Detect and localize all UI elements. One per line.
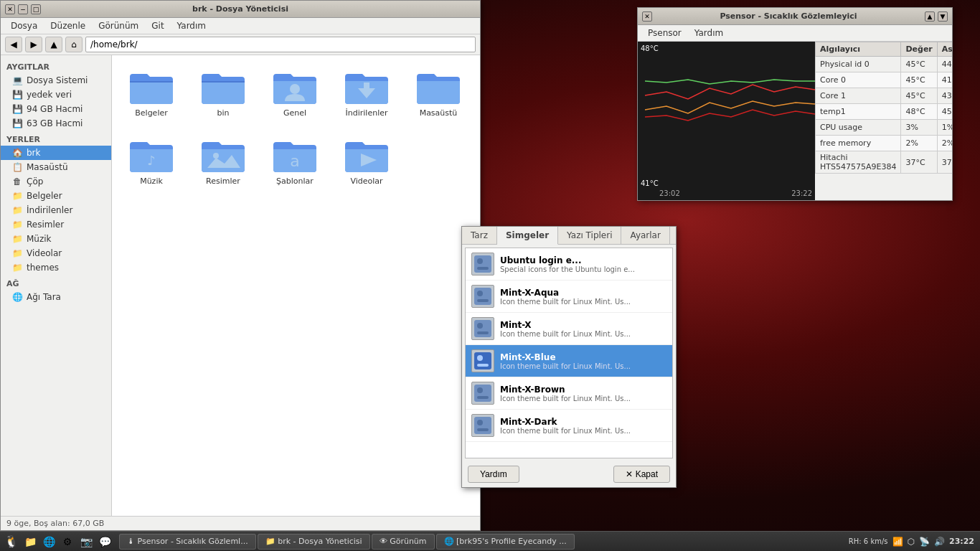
file-item-masaustu[interactable]: Masaüstü (406, 62, 471, 123)
taskbar-icon-settings[interactable]: ⚙ (59, 533, 76, 550)
tab-simgeler[interactable]: Simgeler (497, 227, 558, 245)
sensor-value: 45°C (901, 88, 937, 104)
close-button[interactable]: ✕ Kapat (613, 466, 670, 483)
back-button[interactable]: ◀ (5, 37, 22, 52)
file-item-indirilenler[interactable]: İndirilenler (334, 62, 399, 123)
sensor-name: free memory (816, 136, 901, 151)
psensor-row[interactable]: Core 1 45°C 43°C 46°C ☒ (816, 88, 953, 104)
file-item-resimler[interactable]: Resimler (191, 131, 255, 192)
psensor-row[interactable]: Physical id 0 45°C 44°C 48°C ☒ (816, 57, 953, 72)
taskbar-app-1[interactable]: 📁 brk - Dosya Yöneticisi (258, 534, 370, 550)
file-item-belgeler[interactable]: Belgeler (119, 62, 184, 123)
taskbar-icon-linux[interactable]: 🐧 (3, 533, 20, 550)
svg-point-14 (477, 323, 483, 329)
theme-item[interactable]: Mint-X-Aqua Icon theme built for Linux M… (466, 281, 672, 313)
menu-duzenle[interactable]: Düzenle (44, 19, 91, 32)
sidebar-item-muzik[interactable]: 📁 Müzik (1, 232, 111, 246)
window-maximize-button[interactable]: □ (31, 4, 41, 14)
svg-rect-18 (477, 364, 489, 367)
psensor-menu-psensor[interactable]: Psensor (642, 27, 687, 39)
psensor-row[interactable]: Core 0 45°C 41°C 47°C ☒ (816, 72, 953, 88)
sensor-min: 2% (937, 136, 952, 151)
tab-ayarlar[interactable]: Ayarlar (621, 227, 669, 244)
psensor-menubar: Psensor Yardım (638, 25, 952, 42)
sensor-value: 45°C (901, 72, 937, 88)
tab-yazi-tipleri[interactable]: Yazı Tipleri (558, 227, 621, 244)
taskbar-icon-camera[interactable]: 📷 (77, 533, 95, 550)
theme-info: Mint-X-Aqua Icon theme built for Linux M… (500, 288, 666, 306)
theme-item[interactable]: Mint-X-Blue Icon theme built for Linux M… (466, 345, 672, 377)
file-manager-window: ✕ − □ brk - Dosya Yöneticisi Dosya Düzen… (0, 0, 481, 531)
sidebar-item-dosya-sistemi[interactable]: 💻 Dosya Sistemi (1, 73, 111, 88)
sidebar-item-resimler[interactable]: 📁 Resimler (1, 217, 111, 232)
forward-button[interactable]: ▶ (25, 37, 42, 52)
taskbar-app-2[interactable]: 👁 Görünüm (372, 534, 435, 550)
home-button[interactable]: ⌂ (65, 37, 83, 52)
help-button[interactable]: Yardım (468, 466, 519, 483)
theme-item[interactable]: Mint-X-Dark Icon theme built for Linux M… (466, 410, 672, 442)
sidebar-item-63gb[interactable]: 💾 63 GB Hacmi (1, 116, 111, 131)
file-item-bin[interactable]: bin (191, 62, 255, 123)
menu-yardim[interactable]: Yardım (171, 19, 212, 32)
menu-dosya[interactable]: Dosya (5, 19, 43, 32)
up-button[interactable]: ▲ (45, 37, 62, 52)
sidebar-item-brk[interactable]: 🏠 brk (1, 146, 111, 160)
psensor-row[interactable]: CPU usage 3% 1% 25% ☐ (816, 120, 953, 136)
folder-icon-sablonlar: a (272, 136, 318, 174)
theme-desc: Icon theme built for Linux Mint. Us... (500, 298, 666, 306)
sidebar-item-agi-tara[interactable]: 🌐 Ağı Tara (1, 290, 111, 304)
psensor-up-button[interactable]: ▲ (925, 11, 935, 22)
window-close-button[interactable]: ✕ (5, 4, 15, 14)
tab-tarz[interactable]: Tarz (462, 227, 497, 244)
sidebar-item-masaustu[interactable]: 📋 Masaüstü (1, 160, 111, 174)
psensor-row[interactable]: temp1 48°C 45°C 48°C ☐ (816, 104, 953, 120)
taskbar-app-3[interactable]: 🌐 [brk95's Profile Eyecandy ... (436, 534, 575, 550)
theme-item[interactable]: Mint-X-Brown Icon theme built for Linux … (466, 377, 672, 410)
svg-text:♪: ♪ (147, 153, 156, 168)
sidebar-item-belgeler[interactable]: 📁 Belgeler (1, 189, 111, 203)
file-manager-content: AYGITLAR 💻 Dosya Sistemi 💾 yedek veri 💾 … (1, 55, 480, 516)
file-label-indirilenler: İndirilenler (346, 108, 388, 118)
svg-point-17 (477, 355, 483, 361)
psensor-close-button[interactable]: ✕ (642, 11, 652, 22)
psensor-row[interactable]: free memory 2% 2% 3% ☐ (816, 136, 953, 151)
sidebar-item-yedek-veri[interactable]: 💾 yedek veri (1, 88, 111, 102)
psensor-menu-yardim[interactable]: Yardım (689, 27, 729, 39)
file-manager-titlebar: ✕ − □ brk - Dosya Yöneticisi (1, 1, 480, 18)
theme-desc: Special icons for the Ubuntu login e... (500, 265, 666, 273)
taskbar-icon-browser[interactable]: 🌐 (40, 533, 57, 550)
bluetooth-icon: ⬡ (908, 537, 915, 547)
theme-item[interactable]: Mint-X Icon theme built for Linux Mint. … (466, 313, 672, 345)
sidebar-label-94gb: 94 GB Hacmi (27, 104, 83, 114)
sidebar-item-cop[interactable]: 🗑 Çöp (1, 174, 111, 189)
theme-item[interactable]: Ubuntu login e... Special icons for the … (466, 248, 672, 281)
taskbar-icon-chat[interactable]: 💬 (96, 533, 113, 550)
address-bar[interactable]: /home/brk/ (85, 37, 476, 52)
window-minimize-button[interactable]: − (18, 4, 28, 14)
taskbar-icon-files[interactable]: 📁 (22, 533, 39, 550)
theme-icon (471, 253, 494, 276)
psensor-row[interactable]: Hitachi HTS547575A9E384 37°C 37°C 37°C ☐ (816, 151, 953, 174)
file-item-muzik[interactable]: ♪ Müzik (119, 131, 184, 192)
theme-icon (471, 414, 494, 437)
theme-desc: Icon theme built for Linux Mint. Us... (500, 362, 666, 370)
file-item-genel[interactable]: Genel (263, 62, 327, 123)
statusbar-text: 9 öge, Boş alan: 67,0 GB (6, 519, 104, 528)
file-item-sablonlar[interactable]: a Şablonlar (263, 131, 327, 192)
downloads-icon: 📁 (12, 205, 22, 215)
sidebar-label-muzik: Müzik (27, 234, 52, 244)
sidebar-item-indirilenler[interactable]: 📁 İndirilenler (1, 203, 111, 217)
file-item-videolar[interactable]: Videolar (334, 131, 399, 192)
window-controls: ✕ − □ (5, 4, 41, 14)
sidebar-item-94gb[interactable]: 💾 94 GB Hacmi (1, 102, 111, 116)
psensor-down-button[interactable]: ▼ (938, 11, 948, 22)
sidebar-item-themes[interactable]: 📁 themes (1, 260, 111, 275)
sidebar-item-videolar[interactable]: 📁 Videolar (1, 246, 111, 260)
menu-gorunum[interactable]: Görünüm (93, 19, 144, 32)
menu-git[interactable]: Git (146, 19, 169, 32)
taskbar-app-0[interactable]: 🌡 Psensor - Sıcaklık Gözleml... (119, 534, 256, 550)
clock: 23:22 (949, 537, 974, 546)
theme-name: Mint-X-Blue (500, 352, 666, 362)
documents-icon: 📁 (12, 191, 22, 201)
sidebar-header-network: AĞ (1, 275, 111, 290)
